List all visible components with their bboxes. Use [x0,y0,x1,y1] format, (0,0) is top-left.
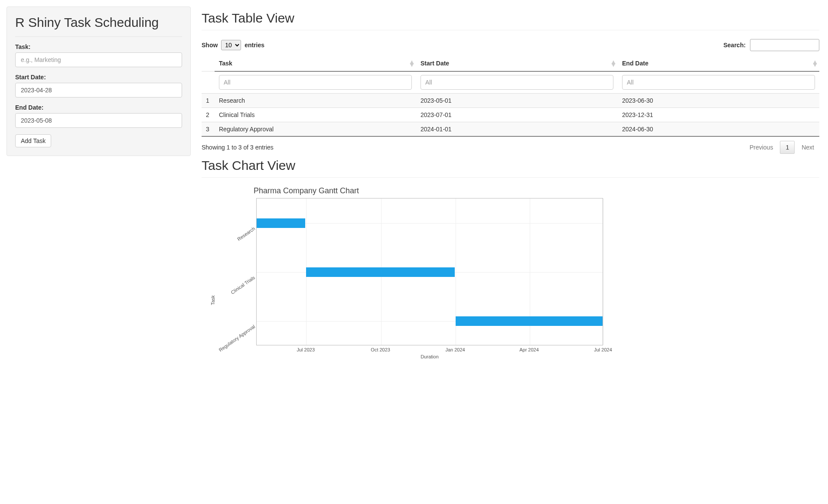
y-tick-label: Regulatory Approval [218,324,256,353]
cell-start: 2023-05-01 [416,94,618,108]
x-tick-label: Apr 2024 [519,347,539,352]
table-row: 3 Regulatory Approval 2024-01-01 2024-06… [202,122,819,137]
gantt-bar[interactable] [306,267,455,277]
table-view-heading: Task Table View [202,11,819,26]
app-title: R Shiny Task Scheduling [15,15,182,30]
cell-start: 2023-07-01 [416,108,618,122]
gantt-chart: Pharma Company Gantt Chart Task Research… [210,186,819,359]
col-end[interactable]: End Date ▴▾ [618,55,819,72]
y-axis-label: Task [210,198,215,359]
filter-end-input[interactable] [622,75,815,90]
y-tick-label: Research [236,226,256,242]
col-start[interactable]: Start Date ▴▾ [416,55,618,72]
sort-icon: ▴▾ [612,61,615,66]
cell-task: Research [215,94,416,108]
table-row: 1 Research 2023-05-01 2023-06-30 [202,94,819,108]
x-tick-label: Jul 2023 [297,347,315,352]
cell-start: 2024-01-01 [416,122,618,137]
divider [202,30,819,30]
cell-task: Clinical Trials [215,108,416,122]
x-tick-label: Jan 2024 [445,347,465,352]
col-index [202,55,215,72]
task-label: Task: [15,43,182,50]
filter-start-input[interactable] [421,75,613,90]
start-date-label: Start Date: [15,74,182,81]
sort-icon: ▴▾ [410,61,414,66]
x-tick-label: Oct 2023 [371,347,390,352]
gridline [257,223,603,224]
start-date-input[interactable] [15,83,182,98]
col-task[interactable]: Task ▴▾ [215,55,416,72]
page-1-button[interactable]: 1 [780,141,795,154]
entries-length: Show 10 entries [202,40,264,50]
divider [15,36,182,37]
col-task-label: Task [219,60,232,67]
end-date-label: End Date: [15,104,182,111]
cell-end: 2023-06-30 [618,94,819,108]
entries-select[interactable]: 10 [221,40,241,50]
cell-index: 3 [202,122,215,137]
col-end-label: End Date [622,60,649,67]
table-search: Search: [724,39,819,51]
table-row: 2 Clinical Trials 2023-07-01 2023-12-31 [202,108,819,122]
prev-button[interactable]: Previous [744,141,778,153]
x-axis-label: Duration [256,354,603,359]
cell-end: 2023-12-31 [618,108,819,122]
sort-icon: ▴▾ [813,61,817,66]
gridline [603,198,604,345]
end-date-input[interactable] [15,113,182,128]
filter-task-input[interactable] [219,75,412,90]
add-task-button[interactable]: Add Task [15,134,51,147]
cell-index: 2 [202,108,215,122]
task-table: Task ▴▾ Start Date ▴▾ End Date ▴▾ [202,55,819,137]
gantt-bar[interactable] [257,218,305,228]
show-label: Show [202,42,218,49]
search-label: Search: [724,42,746,49]
search-input[interactable] [750,39,819,51]
entries-label: entries [244,42,264,49]
chart-title: Pharma Company Gantt Chart [254,186,819,195]
gantt-bar[interactable] [456,316,603,326]
plot-area[interactable] [256,198,603,345]
chart-view-heading: Task Chart View [202,158,819,173]
divider [202,177,819,178]
col-start-label: Start Date [421,60,449,67]
sidebar-panel: R Shiny Task Scheduling Task: Start Date… [7,7,191,156]
task-input[interactable] [15,52,182,67]
pagination: Previous 1 Next [744,141,819,154]
next-button[interactable]: Next [796,141,819,153]
cell-index: 1 [202,94,215,108]
y-tick-label: Clinical Trials [230,275,256,295]
cell-task: Regulatory Approval [215,122,416,137]
cell-end: 2024-06-30 [618,122,819,137]
x-tick-label: Jul 2024 [594,347,612,352]
table-info: Showing 1 to 3 of 3 entries [202,144,274,151]
